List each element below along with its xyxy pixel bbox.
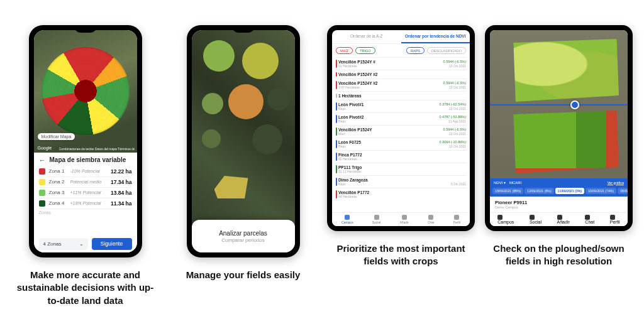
field-date: 13 Oct 2021 [449, 107, 466, 111]
field-name: Vencillón P1524Y #2 [338, 72, 377, 77]
compare-slider-track[interactable] [490, 104, 628, 106]
field-list-item[interactable]: León F07250.3064 (-10.86%)Raps13 Oct 202… [336, 138, 466, 150]
zone-potential: -10% Potencial [70, 169, 111, 173]
zone-name: Zona 2 [49, 179, 70, 185]
field-list-item[interactable]: Vencillón P1524Y #0.5944 (-6.5%)91 Hectá… [336, 57, 466, 70]
next-button[interactable]: Siguiente [92, 238, 132, 250]
zone-hectares: 11.34 ha [111, 200, 132, 207]
social-icon [374, 215, 379, 220]
view-chart-link[interactable]: Ver gráfica [608, 181, 624, 185]
field-circle[interactable] [203, 40, 235, 72]
seeding-map[interactable]: Modificar Mapa Google Combinaciones de t… [34, 30, 137, 153]
filter-pill-desclasificado[interactable]: DESCLASIFICADO [427, 47, 466, 54]
google-attribution: Google [38, 146, 52, 150]
zone-count-select[interactable]: 4 Zonas ⌄ [39, 238, 88, 250]
field-name: PP111 Trigo [338, 165, 362, 170]
filter-pill-raps[interactable]: RAPS [406, 47, 425, 54]
field-list-item[interactable]: Vencillón P177244 Hectáreas [336, 188, 466, 200]
field-ndvi-value: 0.3064 (-10.86%) [440, 140, 467, 144]
field-name: Vencillón P1524Y #2 [338, 81, 377, 85]
nav-campos[interactable]: Campos [497, 215, 514, 224]
social-icon [530, 215, 535, 220]
field-polygon[interactable] [214, 176, 248, 198]
nav-anadir[interactable]: Añadir [399, 215, 408, 224]
date-chip[interactable]: 08/09/2021 (100%) [618, 188, 628, 194]
bottom-sheet[interactable]: Analizar parcelas Comparar periodos [192, 220, 295, 252]
nav-perfil[interactable]: Perfil [610, 215, 620, 224]
caption-4: Check on the ploughed/sown fields in hig… [490, 242, 628, 268]
index-ndvi-select[interactable]: NDVI ▾ [494, 180, 506, 185]
filter-pill-trigo[interactable]: TRIGO [355, 47, 375, 54]
back-arrow-icon[interactable]: ← [39, 156, 46, 164]
device-1-phone: Modificar Mapa Google Combinaciones de t… [29, 25, 142, 257]
field-name: León Pivot#2 [338, 115, 364, 119]
phone-notch [231, 25, 255, 33]
index-mcari-tab[interactable]: MCARI [509, 181, 521, 185]
field-circle[interactable] [267, 88, 290, 111]
nav-chat[interactable]: Chat [585, 215, 594, 224]
field-list-item[interactable]: León Pivot#20.4787 (-53.89%)Raps11 Ago 2… [336, 112, 466, 125]
field-name: Vencillón P1524Y [338, 127, 372, 132]
zone-hectares: 13.84 ha [111, 190, 132, 196]
field-subtitle: Demo Campos [495, 205, 623, 209]
field-list-item[interactable]: Finca P177260 Hectáreas [336, 150, 466, 163]
zone-row[interactable]: Zona 2Potencial medio17.34 ha [39, 177, 132, 188]
field-date: 13 Oct 2021 [449, 132, 466, 136]
zone-hectares: 12.22 ha [111, 168, 132, 175]
field-subtitle: Maíz [338, 132, 345, 136]
zone-name: Zona 4 [49, 200, 70, 206]
caption-3: Prioritize the most important fields wit… [332, 242, 470, 268]
field-ndvi-value: 0.5944 (-6.5%) [443, 127, 466, 132]
add-icon [557, 215, 562, 220]
field-date: 11 Ago 2021 [448, 119, 466, 123]
field-list-item[interactable]: Vencillón P1524Y #20.5944 (-6.5%)3.97 He… [336, 78, 466, 91]
tab-sort-alpha[interactable]: Ordenar de la A-Z [332, 30, 401, 43]
field-date: 13 Oct 2021 [449, 144, 466, 148]
profile-icon [454, 215, 459, 220]
zone-name: Zona 1 [49, 168, 70, 174]
nav-chat[interactable]: Chat [428, 215, 435, 224]
field-circle[interactable] [202, 93, 223, 114]
analyze-parcels-button[interactable]: Analizar parcelas [219, 230, 267, 237]
field-list-item[interactable]: Vencillón P1524Y0.5944 (-6.5%)Maíz13 Oct… [336, 125, 466, 138]
field-list-item[interactable]: León Pivot#10.3784 (-62.54%)Raps13 Oct 2… [336, 100, 466, 112]
zone-row[interactable]: Zona 1-10% Potencial12.22 ha [39, 166, 132, 177]
compare-periods-link[interactable]: Comparar periodos [221, 237, 264, 243]
field-circle[interactable] [202, 129, 221, 148]
field-list-item[interactable]: Vencillón P1524Y #2 [336, 70, 466, 78]
field-circle[interactable] [252, 124, 282, 154]
device-2-phone: Analizar parcelas Comparar periodos [187, 25, 300, 257]
map-credits: Combinaciones de teclas Datos del mapa T… [59, 147, 135, 151]
nav-social[interactable]: Social [372, 215, 381, 224]
fields-satellite-view[interactable] [192, 30, 295, 252]
date-chip[interactable]: 10/09/2021 (74%) [586, 188, 616, 194]
tab-sort-ndvi[interactable]: Ordenar por tendencia de NDVI [401, 30, 470, 43]
zone-swatch [39, 168, 45, 175]
zone-row[interactable]: Zona 4+19% Potencial11.34 ha [39, 198, 132, 209]
field-image-top [511, 39, 619, 102]
field-list-item[interactable]: 1 Hectáreas [336, 91, 466, 100]
field-date: 5 Dic 2021 [451, 182, 466, 186]
field-list-item[interactable]: Dimo ZaragozaRaps5 Dic 2021 [336, 175, 466, 188]
field-list-item[interactable]: PP111 Trigo31.11 Hectáreas [336, 163, 466, 175]
field-date: 13 Oct 2021 [449, 85, 466, 89]
nav-perfil[interactable]: Perfil [453, 215, 460, 224]
nav-social[interactable]: Social [530, 215, 541, 224]
zone-row[interactable]: Zona 3+11% Potencial13.84 ha [39, 188, 132, 198]
compare-slider-handle[interactable] [570, 100, 579, 109]
filter-pill-maiz[interactable]: MAÍZ [336, 47, 353, 54]
date-chip[interactable]: 18/09/2021 (88%) [492, 188, 523, 194]
modify-map-chip[interactable]: Modificar Mapa [38, 133, 75, 140]
field-compare-view[interactable] [490, 30, 628, 178]
nav-anadir[interactable]: Añadir [557, 215, 570, 224]
date-chip[interactable]: 11/09/2021 (3%) [555, 188, 584, 194]
nav-campos[interactable]: Campos [341, 215, 353, 224]
field-circle[interactable] [242, 43, 279, 79]
device-4-tablet: NDVI ▾ MCARI Ver gráfica 18/09/2021 (88%… [485, 25, 633, 231]
zone-potential: +11% Potencial [70, 190, 111, 195]
zone-swatch [39, 200, 45, 207]
field-subtitle: 31.11 Hectáreas [338, 170, 362, 173]
caption-1: Make more accurate and sustainable decis… [16, 269, 155, 307]
date-chip[interactable]: 12/09/2021 (8%) [525, 188, 553, 194]
field-circle[interactable] [228, 84, 264, 119]
